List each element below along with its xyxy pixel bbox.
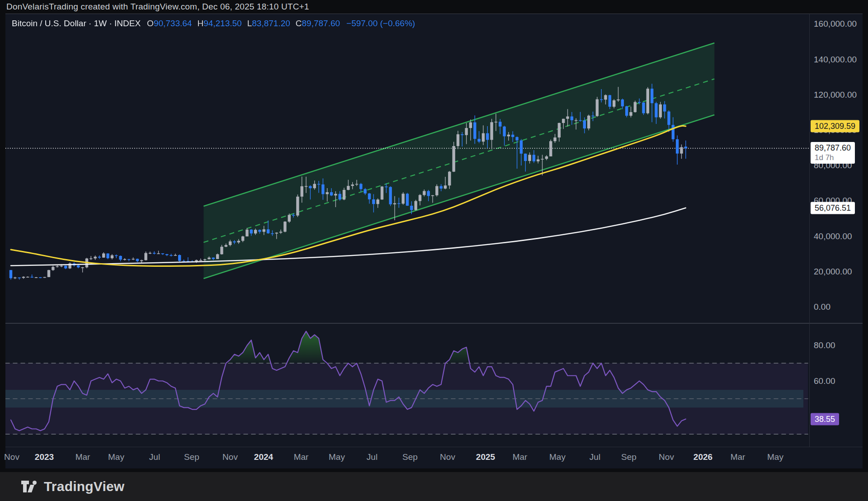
time-axis-month-tick: Nov bbox=[222, 452, 238, 462]
time-axis-month-tick: Nov bbox=[4, 452, 19, 462]
time-axis-month-tick: May bbox=[108, 452, 124, 462]
time-axis-year-tick: 2026 bbox=[693, 452, 712, 462]
time-axis-month-tick: Sep bbox=[402, 452, 418, 462]
time-axis-month-tick: Mar bbox=[513, 452, 528, 462]
ohlc-open: O90,733.64 bbox=[147, 19, 192, 28]
time-axis-month-tick: Sep bbox=[184, 452, 199, 462]
tradingview-logo-icon bbox=[21, 480, 38, 493]
ohlc-high: H94,213.50 bbox=[197, 19, 241, 28]
interval-label: 1W bbox=[94, 19, 107, 28]
time-axis-month-tick: Nov bbox=[659, 452, 674, 462]
rsi-value-tag: 38.55 bbox=[811, 413, 839, 425]
time-axis-month-tick: Sep bbox=[621, 452, 637, 462]
time-axis-month-tick: May bbox=[329, 452, 345, 462]
price-axis-tick: 0.00 bbox=[814, 302, 830, 312]
ohlc-low: L83,871.20 bbox=[247, 19, 290, 28]
ma-fast-price-tag: 102,309.59 bbox=[811, 120, 859, 132]
price-axis-tick: 40,000.00 bbox=[814, 232, 852, 241]
exchange-label: INDEX bbox=[114, 19, 141, 28]
last-price-tag: 89,787.60 1d 7h bbox=[811, 142, 855, 164]
chart-widget: Bitcoin / U.S. Dollar · 1W · INDEX O90,7… bbox=[5, 14, 863, 468]
time-axis-separator bbox=[5, 447, 863, 447]
time-axis-month-tick: Jul bbox=[367, 452, 377, 462]
time-axis-month-tick: May bbox=[549, 452, 566, 462]
price-axis-tick: 120,000.00 bbox=[814, 90, 857, 100]
time-axis-month-tick: Mar bbox=[731, 452, 745, 462]
tradingview-logo-text: TradingView bbox=[44, 479, 124, 494]
time-axis-month-tick: May bbox=[767, 452, 783, 462]
watermark-text: DonVelarisTrading created with TradingVi… bbox=[6, 2, 309, 12]
ohlc-close: C89,787.60 bbox=[296, 19, 340, 28]
price-axis-tick: 160,000.00 bbox=[814, 19, 857, 29]
price-rsi-canvas[interactable] bbox=[5, 14, 809, 447]
tradingview-logo[interactable]: TradingView bbox=[21, 479, 124, 494]
time-axis-year-tick: 2023 bbox=[35, 452, 54, 462]
time-axis-year-tick: 2025 bbox=[476, 452, 495, 462]
time-axis-month-tick: Jul bbox=[590, 452, 600, 462]
chart-legend: Bitcoin / U.S. Dollar · 1W · INDEX O90,7… bbox=[12, 19, 415, 28]
pane-separator[interactable] bbox=[5, 323, 863, 324]
symbol-title[interactable]: Bitcoin / U.S. Dollar · 1W · INDEX bbox=[12, 19, 141, 28]
change-value: −597.00 (−0.66%) bbox=[346, 19, 415, 28]
time-axis-year-tick: 2024 bbox=[254, 452, 273, 462]
price-axis-separator bbox=[809, 14, 810, 447]
time-axis-month-tick: Jul bbox=[149, 452, 160, 462]
price-axis-tick: 20,000.00 bbox=[814, 267, 852, 277]
time-axis-month-tick: Mar bbox=[294, 452, 309, 462]
price-axis-tick: 140,000.00 bbox=[814, 55, 857, 65]
rsi-axis-tick: 60.00 bbox=[814, 376, 835, 386]
bar-countdown: 1d 7h bbox=[815, 153, 851, 162]
time-axis-month-tick: Nov bbox=[440, 452, 455, 462]
watermark-bar: DonVelarisTrading created with TradingVi… bbox=[0, 0, 868, 14]
time-axis-month-tick: Mar bbox=[75, 452, 90, 462]
ma-slow-price-tag: 56,076.51 bbox=[811, 202, 855, 214]
last-price-value: 89,787.60 bbox=[815, 143, 851, 153]
footer-bar: TradingView bbox=[0, 472, 868, 501]
rsi-axis-tick: 80.00 bbox=[814, 340, 835, 350]
